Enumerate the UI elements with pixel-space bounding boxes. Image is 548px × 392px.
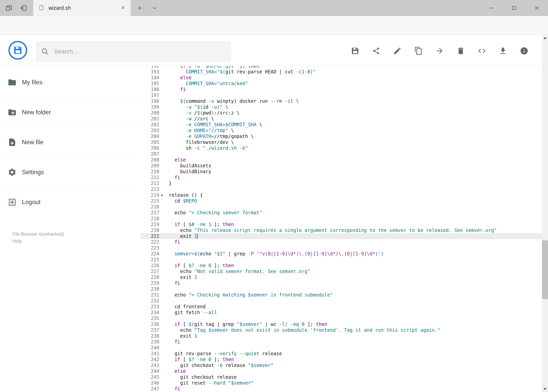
code-line-192[interactable]: 192 if [ -d "$REPO/.git" ]; then <box>141 66 542 69</box>
sidebar-item-new-folder[interactable]: New folder <box>0 98 141 127</box>
scrollbar-thumb[interactable] <box>542 240 548 299</box>
tabs-set-aside-list-icon[interactable] <box>5 4 13 12</box>
code-line-220[interactable]: 220 echo "This release script requires a… <box>141 227 542 233</box>
code-line-217[interactable]: 217 echo "> Checking semver format" <box>141 210 542 216</box>
code-line-216[interactable]: 216 <box>141 204 542 210</box>
info-button[interactable] <box>520 43 528 59</box>
code-line-242[interactable]: 242 if [ $? -ne 0 ]; then <box>141 357 542 363</box>
code-line-212[interactable]: 212} <box>141 181 542 186</box>
code-line-241[interactable]: 241 git rev-parse --verify --quiet relea… <box>141 351 542 357</box>
code-line-209[interactable]: 209 buildAssets <box>141 163 542 169</box>
tab-preview-chevron-icon[interactable] <box>151 4 159 12</box>
code-line-224[interactable]: 224 semver=$(echo "$1" | grep -P '^v(0|[… <box>141 251 542 257</box>
code-line-193[interactable]: 193 COMMIT_SHA="$(git rev-parse HEAD | c… <box>141 69 542 75</box>
line-number: 207 <box>141 151 164 157</box>
search-box[interactable] <box>36 41 231 62</box>
code-line-203[interactable]: 203 -e HOME="//tmp" \ <box>141 128 542 133</box>
code-line-231[interactable]: 231 echo "> Checking matching $semver in… <box>141 292 542 298</box>
sidebar-item-logout[interactable]: Logout <box>0 187 141 217</box>
code-line-218[interactable]: 218 <box>141 216 542 222</box>
code-line-199[interactable]: 199 -u "$(id -u)" \ <box>141 104 542 110</box>
page-favicon-icon <box>38 5 44 11</box>
code-line-234[interactable]: 234 git fetch --all <box>141 310 542 315</box>
code-line-213[interactable]: 213 <box>141 186 542 192</box>
code-line-222[interactable]: 222 fi <box>141 239 542 245</box>
code-editor[interactable]: 192 if [ -d "$REPO/.git" ]; then193 COMM… <box>141 66 542 392</box>
code-line-244[interactable]: 244 else <box>141 368 542 374</box>
search-input[interactable] <box>54 48 231 55</box>
code-line-201[interactable]: 201 -w //src \ <box>141 116 542 122</box>
browser-nav-bar: filebrowser.web/files/wizard.sh <box>0 16 548 35</box>
code-line-225[interactable]: 225 <box>141 257 542 263</box>
sidebar-item-my-files[interactable]: My files <box>0 68 141 98</box>
page-scrollbar[interactable] <box>542 35 548 392</box>
code-line-202[interactable]: 202 -e COMMIT_SHA=$COMMIT_SHA \ <box>141 122 542 128</box>
code-line-235[interactable]: 235 <box>141 315 542 321</box>
code-line-215[interactable]: 215 cd $REPO <box>141 198 542 204</box>
share-button[interactable] <box>372 43 381 59</box>
code-line-197[interactable]: 197 <box>141 92 542 98</box>
download-button[interactable] <box>499 43 507 59</box>
window-minimize-button[interactable] <box>482 0 500 16</box>
code-line-221[interactable]: 221 exit 1 <box>141 233 542 239</box>
tab-close-icon[interactable] <box>120 5 126 11</box>
code-line-240[interactable]: 240 <box>141 345 542 351</box>
fold-arrow-icon[interactable]: ▾ <box>160 192 164 198</box>
code-line-246[interactable]: 246 git reset --hard "$semver" <box>141 380 542 386</box>
code-line-196[interactable]: 196 fi <box>141 86 542 92</box>
set-tabs-aside-icon[interactable] <box>20 4 28 12</box>
code-line-214[interactable]: 214▾release () { <box>141 192 542 198</box>
code-line-198[interactable]: 198 $(command -v winpty) docker run --rm… <box>141 98 542 104</box>
logout-icon <box>0 198 22 207</box>
code-line-211[interactable]: 211 fi <box>141 175 542 181</box>
code-line-243[interactable]: 243 git checkout -b release "$semver" <box>141 363 542 368</box>
code-line-219[interactable]: 219 if [ $# -ne 1 ]; then <box>141 222 542 227</box>
code-line-237[interactable]: 237 echo "Tag $semver does not exist in … <box>141 327 542 333</box>
browser-window: wizard.sh <box>0 0 548 392</box>
code-line-247[interactable]: 247 fi <box>141 386 542 392</box>
line-number: 223 <box>141 245 164 251</box>
window-close-button[interactable] <box>527 0 546 16</box>
code-line-238[interactable]: 238 exit 1 <box>141 333 542 339</box>
line-number: 241 <box>141 351 164 357</box>
delete-button[interactable] <box>457 43 465 59</box>
scroll-up-arrow-icon[interactable] <box>542 35 548 41</box>
browser-tab-wizard[interactable]: wizard.sh <box>33 0 131 16</box>
code-line-230[interactable]: 230 <box>141 286 542 292</box>
file-toolbar <box>351 43 528 59</box>
code-line-233[interactable]: 233 cd frontend <box>141 304 542 310</box>
code-line-205[interactable]: 205 filebrowser/dev \ <box>141 139 542 145</box>
window-maximize-button[interactable] <box>505 0 523 16</box>
rename-button[interactable] <box>393 43 402 59</box>
scroll-down-arrow-icon[interactable] <box>542 386 548 392</box>
code-line-195[interactable]: 195 COMMIT_SHA="untracked" <box>141 81 542 86</box>
code-line-232[interactable]: 232 <box>141 298 542 304</box>
code-line-227[interactable]: 227 echo "Not valid semver format. See s… <box>141 268 542 274</box>
code-line-194[interactable]: 194 else <box>141 75 542 81</box>
code-line-223[interactable]: 223 <box>141 245 542 251</box>
filebrowser-logo[interactable] <box>8 41 27 60</box>
sidebar-item-settings[interactable]: Settings <box>0 157 141 187</box>
code-line-200[interactable]: 200 -v /$(pwd):/src:z \ <box>141 110 542 116</box>
code-line-228[interactable]: 228 exit 1 <box>141 274 542 280</box>
code-line-204[interactable]: 204 -e GOPATH=//tmp/gopath \ <box>141 133 542 139</box>
code-line-236[interactable]: 236 if [ $(git tag | grep "$semver" | wc… <box>141 321 542 327</box>
save-button[interactable] <box>351 43 359 59</box>
sidebar-item-new-file[interactable]: New file <box>0 127 141 157</box>
code-line-207[interactable]: 207 <box>141 151 542 157</box>
code-line-226[interactable]: 226 if [ $? -ne 0 ]; then <box>141 263 542 268</box>
code-line-208[interactable]: 208 else <box>141 157 542 163</box>
help-link[interactable]: Help <box>13 238 64 245</box>
line-number: 217 <box>141 210 164 216</box>
move-button[interactable] <box>435 43 444 59</box>
code-line-210[interactable]: 210 buildBinary <box>141 169 542 175</box>
copy-button[interactable] <box>414 43 423 59</box>
new-tab-button[interactable] <box>136 4 144 12</box>
raw-code-button[interactable] <box>478 43 486 59</box>
code-line-245[interactable]: 245 git checkout release <box>141 374 542 380</box>
code-line-239[interactable]: 239 fi <box>141 339 542 345</box>
code-line-229[interactable]: 229 fi <box>141 280 542 286</box>
new-file-icon <box>0 138 22 147</box>
line-number: 212 <box>141 181 164 186</box>
code-line-206[interactable]: 206 sh -c "./wizard.sh -b" <box>141 145 542 151</box>
